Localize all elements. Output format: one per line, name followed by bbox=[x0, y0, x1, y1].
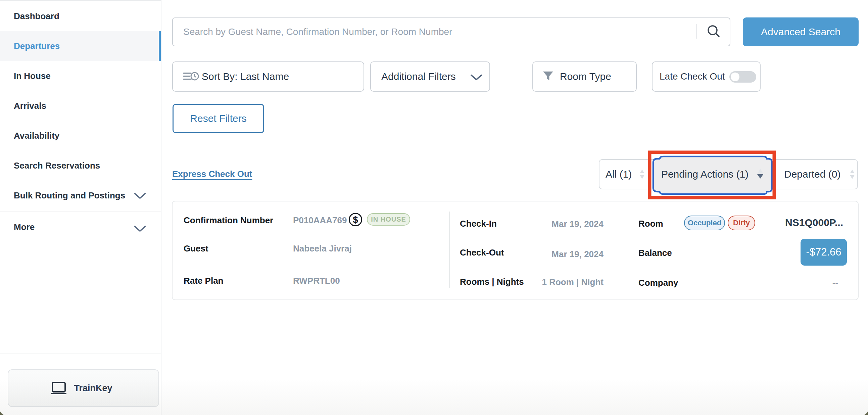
svg-text:$: $ bbox=[353, 214, 358, 225]
